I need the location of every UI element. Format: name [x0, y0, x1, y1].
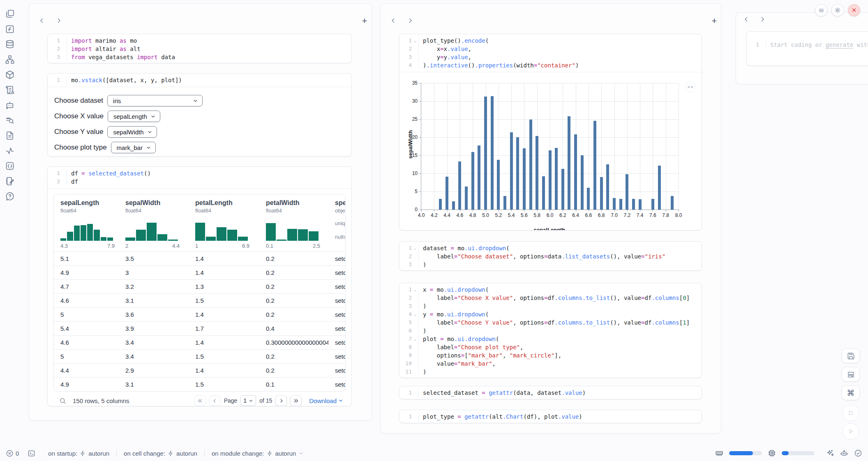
col2-scroll-left-button[interactable] — [389, 16, 398, 25]
logs-icon[interactable] — [5, 115, 15, 125]
code-line[interactable]: 7⌄plot = mo.ui.dropdown( — [399, 335, 702, 343]
code-line[interactable]: 6) — [399, 327, 702, 335]
help-icon[interactable] — [5, 191, 15, 201]
code-line[interactable]: 4⌄y = mo.ui.dropdown( — [399, 310, 702, 318]
generate-link[interactable]: generate — [826, 41, 853, 48]
table-row[interactable]: 4.63.41.40.30000000000000004setos — [54, 335, 345, 349]
chart-bar[interactable] — [606, 164, 609, 210]
dataset-dropdown-cell[interactable]: 1⌄dataset = mo.ui.dropdown(2 label="Choo… — [399, 241, 702, 271]
column-histogram[interactable] — [125, 219, 178, 241]
connection-status-button[interactable] — [854, 449, 862, 457]
chart-bar[interactable] — [536, 136, 538, 210]
col3-scroll-right-button[interactable] — [758, 15, 767, 24]
first-page-button[interactable] — [194, 395, 206, 406]
snippets-icon[interactable] — [5, 131, 15, 141]
empty-code-cell[interactable]: 1 Start coding or generate with — [746, 31, 868, 66]
chart-bar[interactable] — [619, 199, 622, 210]
last-page-button[interactable] — [290, 395, 302, 406]
chart-bar[interactable] — [491, 96, 494, 210]
helper-functions-icon[interactable] — [5, 24, 15, 34]
menu-button[interactable] — [815, 4, 827, 16]
on-startup-setting[interactable]: on startup: autorun — [45, 450, 113, 457]
col2-add-cell-button[interactable]: + — [709, 16, 719, 26]
table-row[interactable]: 4.73.21.30.2setos — [54, 279, 345, 293]
vstack-cell[interactable]: 1mo.vstack([dataset, x, y, plot]) Choose… — [47, 73, 352, 157]
x-value-select[interactable]: sepalLength — [108, 111, 160, 122]
imports-cell[interactable]: 1import marimo as mo2import altair as al… — [47, 34, 352, 63]
code-placeholder[interactable]: Start coding or generate with — [766, 41, 868, 49]
chart-bar[interactable] — [632, 199, 635, 210]
chart-bar[interactable] — [465, 187, 468, 210]
search-icon[interactable] — [59, 397, 66, 404]
table-row[interactable]: 4.63.11.50.2setos — [54, 293, 345, 307]
chart-bar[interactable] — [613, 198, 616, 210]
chart-bar[interactable] — [523, 148, 526, 210]
table-column-header[interactable]: petalLengthfloat6416.9 — [189, 194, 259, 251]
code-line[interactable]: 1⌄dataset = mo.ui.dropdown( — [399, 244, 702, 252]
col1-scroll-right-button[interactable] — [54, 16, 63, 25]
table-row[interactable]: 53.41.50.2setos — [54, 349, 345, 363]
bar-chart-plot-area[interactable]: 4.04.24.44.64.85.05.25.45.65.86.06.26.46… — [421, 83, 679, 210]
packages-icon[interactable] — [5, 70, 15, 80]
chart-code[interactable]: 1⌄plot_type().encode(2 x=x.value,3 y=y.v… — [399, 34, 702, 72]
chart-bar[interactable] — [587, 188, 590, 210]
table-row[interactable]: 4.93.11.50.1setos — [54, 377, 345, 391]
chart-bar[interactable] — [439, 199, 442, 210]
close-button[interactable]: ✕ — [848, 4, 860, 16]
chart-bar[interactable] — [549, 150, 552, 210]
code-line[interactable]: 1import marimo as mo — [48, 37, 351, 45]
table-row[interactable]: 4.42.91.40.2setos — [54, 363, 345, 377]
chart-bar[interactable] — [574, 134, 577, 210]
code-line[interactable]: 1mo.vstack([dataset, x, y, plot]) — [48, 76, 351, 84]
save-button[interactable] — [842, 348, 860, 363]
code-line[interactable]: 10 value="mark_bar", — [399, 360, 702, 368]
col3-scroll-left-button[interactable] — [742, 15, 751, 24]
fold-toggle-icon[interactable]: ⌄ — [412, 244, 418, 252]
page-number-select[interactable]: 1 — [240, 395, 256, 406]
chart-bar[interactable] — [561, 169, 564, 210]
code-line[interactable]: 1⌄plot_type().encode( — [399, 37, 702, 45]
selected-dataset-cell[interactable]: 1selected_dataset = getattr(data, datase… — [399, 386, 702, 399]
documentation-icon[interactable] — [5, 85, 15, 95]
file-tree-icon[interactable] — [5, 9, 15, 19]
chart-bar[interactable] — [581, 155, 584, 210]
vstack-code[interactable]: 1mo.vstack([dataset, x, y, plot]) — [48, 74, 351, 87]
col1-scroll-left-button[interactable] — [37, 16, 46, 25]
column-histogram[interactable] — [60, 219, 113, 241]
chart-bar[interactable] — [671, 196, 674, 210]
dependency-graph-icon[interactable] — [5, 55, 15, 65]
code-line[interactable]: 2 label="Choose dataset", options=data.l… — [399, 252, 702, 260]
selected-dataset-code[interactable]: 1selected_dataset = getattr(data, datase… — [399, 386, 702, 399]
code-line[interactable]: 3) — [399, 260, 702, 269]
dataframe-code[interactable]: 1df = selected_dataset()2df — [48, 167, 351, 189]
chart-bar[interactable] — [568, 116, 570, 210]
fold-toggle-icon[interactable]: ⌄ — [412, 335, 418, 343]
chart-bar[interactable] — [484, 97, 487, 210]
code-line[interactable]: 2 label="Choose X value", options=df.col… — [399, 294, 702, 302]
code-line[interactable]: 3from vega_datasets import data — [48, 53, 351, 61]
table-row[interactable]: 4.931.40.2setos — [54, 265, 345, 279]
code-line[interactable]: 5 label="Choose Y value", options=df.col… — [399, 318, 702, 327]
prev-page-button[interactable] — [209, 395, 221, 406]
code-line[interactable]: 3) — [399, 302, 702, 310]
plot-type-code[interactable]: 1plot_type = getattr(alt.Chart(df), plot… — [399, 410, 702, 423]
code-line[interactable]: 2 x=x.value, — [399, 45, 702, 53]
table-row[interactable]: 5.43.91.70.4setos — [54, 321, 345, 335]
chart-bar[interactable] — [600, 177, 603, 210]
chart-bar[interactable] — [542, 176, 545, 210]
xy-plot-dropdown-cell[interactable]: 1⌄x = mo.ui.dropdown(2 label="Choose X v… — [399, 283, 702, 378]
datasources-icon[interactable] — [5, 39, 15, 49]
column-histogram[interactable] — [266, 219, 319, 241]
error-indicator[interactable]: 0 — [6, 449, 19, 457]
chart-bar[interactable] — [529, 120, 532, 210]
col1-add-cell-button[interactable]: + — [360, 16, 369, 26]
code-line[interactable]: 2df — [48, 177, 351, 186]
dataset-dropdown-code[interactable]: 1⌄dataset = mo.ui.dropdown(2 label="Choo… — [399, 242, 702, 271]
code-line[interactable]: 1⌄x = mo.ui.dropdown( — [399, 286, 702, 294]
code-line[interactable]: 8 label="Choose plot type", — [399, 343, 702, 351]
chart-bar[interactable] — [458, 161, 461, 210]
chart-bar[interactable] — [658, 166, 661, 210]
ai-features-button[interactable] — [826, 449, 834, 457]
dataset-select[interactable]: iris — [107, 95, 203, 106]
column-histogram[interactable] — [195, 219, 248, 241]
